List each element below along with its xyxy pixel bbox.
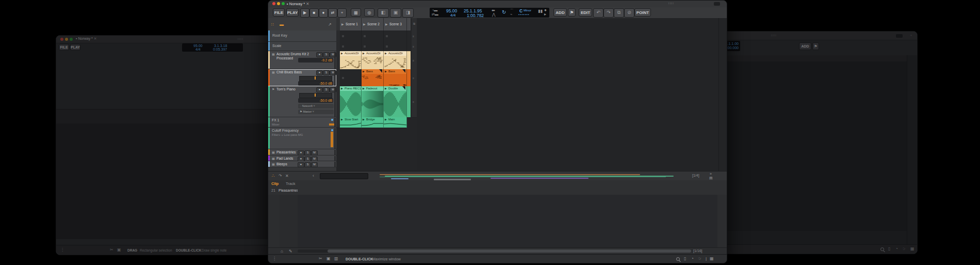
track-row[interactable]: ⚑Tom's Piano●SM-50.0 dB◌ Notconfi ˅⚑ Mas… [268,86,336,117]
display-profile-icon[interactable] [714,2,720,6]
panel-notes-icon[interactable]: ▤ [709,176,713,180]
launcher-clip[interactable]: ▶AcousticDr [384,51,407,70]
stop-cell[interactable] [336,51,340,70]
panel-left-button[interactable]: ◧ [378,8,389,18]
touch-icon[interactable]: ☞ [903,246,906,251]
close-icon[interactable]: ✕ [306,2,309,6]
tab-track[interactable]: Track [286,181,295,186]
row-menu-icon[interactable]: ≡ [413,100,414,103]
play-menu-button[interactable]: PLAY [70,44,80,51]
track-row[interactable]: ▦Chill Blues Bass●SM-50.0 dB [268,69,336,86]
minimize-traffic-light[interactable] [277,2,280,5]
menu-icon[interactable]: ⋮ [272,256,276,261]
row-menu-icon[interactable]: ≡ [413,59,414,62]
clip-sliver[interactable] [407,51,411,70]
snap-button[interactable]: ⊘ [624,8,634,18]
editor-grid-label[interactable]: [1/16] [693,249,703,253]
empty-clip-slot[interactable] [362,42,384,52]
minimap-pads-strip[interactable] [491,178,589,179]
clip-play-icon[interactable]: ▶ [385,51,387,56]
mixer-icon[interactable]: ▥ [334,256,338,261]
clip-play-icon[interactable]: ▶ [385,117,387,122]
add-button[interactable]: ADD [553,8,567,17]
arrange-mode-icon[interactable]: ▬ [280,22,284,27]
editor-piano-keys[interactable] [280,195,298,247]
play-menu-button[interactable]: PLAY [286,8,299,17]
volume-fader[interactable] [299,93,332,98]
launcher-clip[interactable]: ▶Piano REC1 [340,86,362,118]
stop-cell[interactable] [336,30,340,42]
record-arm-button[interactable]: ● [298,162,304,167]
editor-ruler[interactable] [298,180,717,195]
menu-icon[interactable]: ⋮ [60,247,64,252]
solo-button[interactable]: S [304,150,311,155]
point-button[interactable]: POINT [634,8,651,17]
scene-header-partial[interactable] [407,18,411,31]
record-arm-button[interactable]: ● [316,70,323,75]
launcher-clip[interactable]: ▶Main [384,117,407,128]
grip-icon[interactable]: ∷∷ [238,37,243,41]
minimize-traffic-light[interactable] [65,38,68,41]
scene-header[interactable]: ▶Scene 2 [362,18,384,31]
track-row[interactable]: Scale [268,42,336,51]
touch-icon[interactable]: ☞ [698,256,702,261]
page-icon[interactable]: ▯ [888,246,890,251]
page-icon[interactable]: ▯ [684,256,686,261]
clip-play-icon[interactable]: ▶ [341,117,343,122]
file-button[interactable]: FILE [59,44,69,51]
editor-search-input[interactable] [320,173,368,179]
editor-follow-icon[interactable]: ↷ [279,174,282,178]
layout-icon[interactable]: ▣ [326,256,331,261]
editor-snap-icon[interactable]: ∴ [272,174,274,178]
record-button[interactable]: ● [319,8,328,18]
launcher-clip[interactable]: ▶Slow Start [340,117,362,128]
volume-fader[interactable] [299,76,332,81]
clock-icon[interactable]: ◔ [691,256,694,261]
clip-play-icon[interactable]: ▶ [363,51,365,56]
scissors-icon[interactable]: ✂ [110,247,113,252]
mute-button[interactable]: M [311,150,318,155]
io-icon[interactable]: ◎ [364,8,374,17]
scene-play-icon[interactable]: ▶ [341,22,344,26]
editor-hscroll-handle[interactable] [328,250,691,253]
row-menu-icon[interactable]: ≡ [413,76,414,80]
swing-icon[interactable]: ⌁ [510,12,512,17]
metronome-icon[interactable]: ⋀ [492,12,496,17]
panel-bottom-button[interactable]: ▣ [390,8,401,18]
stop-cell[interactable] [336,86,340,118]
stop-cell[interactable] [336,69,340,87]
panel-expand-icon[interactable]: » [710,172,712,176]
scene-play-icon[interactable]: ▶ [363,22,366,26]
stop-all-column-header[interactable] [336,18,340,31]
search-icon[interactable] [880,247,884,251]
mute-button[interactable]: M [311,162,318,167]
editor-close-icon[interactable]: ✕ [285,174,289,178]
left-tab[interactable]: ▪ Norway * ✕ [76,37,97,41]
zoom-traffic-light[interactable] [282,2,285,5]
record-arm-button[interactable]: ● [298,150,304,155]
launcher-clip[interactable]: ▶AcousticDr [362,51,384,70]
solo-button[interactable]: S [323,70,330,75]
panel-right-button[interactable]: ◨ [402,8,414,18]
minimap-drums-strip[interactable] [380,174,640,175]
empty-clip-slot[interactable] [362,30,384,42]
solo-button[interactable]: S [304,162,311,167]
transport-display[interactable]: ◔▬ ⇄▬ 95.00 4/4 25.1.1.95 1:00.782 ⬅ ⋀ ↻… [430,8,549,18]
edit-button[interactable]: EDIT [579,8,592,17]
draw-icon[interactable]: ✎ [289,249,292,254]
duplicate-button[interactable]: ⧉ [614,8,624,18]
routing-chip[interactable]: ⚑ Master ˅ [298,110,334,114]
close-traffic-light[interactable] [60,38,63,41]
launcher-clip[interactable]: ▶Bass [384,69,407,87]
main-tab[interactable]: ▪ Norway * ✕ [287,2,309,6]
track-row[interactable]: ▦Bleeps●SM [268,161,336,167]
scene-header[interactable]: ▶Scene 1 [340,18,362,31]
stop-button[interactable]: ■ [309,8,319,18]
record-arm-button[interactable]: ● [316,87,323,92]
arranger-grid-label[interactable]: [1/4] [692,174,699,177]
track-row[interactable]: ▦Pad Lands●SM [268,155,336,161]
row-menu-icon[interactable]: ≡ [413,45,414,48]
grip-icon[interactable]: ∷∷ [771,34,777,38]
empty-clip-slot[interactable] [384,42,407,52]
launcher-mode-icon[interactable]: ∷ [271,22,274,27]
